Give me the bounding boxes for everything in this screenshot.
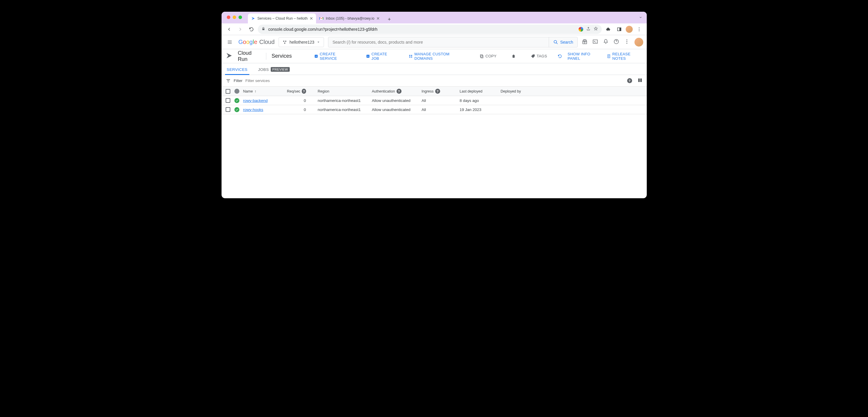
more-menu-icon[interactable] <box>624 39 630 46</box>
manage-domains-button[interactable]: MANAGE CUSTOM DOMAINS <box>408 52 465 61</box>
filter-bar: Filter ? <box>221 75 647 87</box>
row-checkbox[interactable] <box>226 98 230 103</box>
profile-avatar[interactable] <box>626 26 633 33</box>
gcp-search-bar[interactable]: Search <box>328 37 578 48</box>
svg-rect-0 <box>262 28 264 30</box>
row-checkbox[interactable] <box>226 107 230 112</box>
svg-rect-2 <box>619 28 621 31</box>
cell-deployed: 8 days ago <box>460 98 501 103</box>
gmail-favicon <box>319 16 324 21</box>
new-tab-button[interactable]: + <box>385 15 393 23</box>
help-icon[interactable]: ? <box>397 89 402 94</box>
header-ingress[interactable]: Ingress? <box>422 89 460 94</box>
browser-tab[interactable]: Inbox (105) - bhavya@rowy.io ✕ <box>316 13 383 23</box>
show-info-panel-button[interactable]: SHOW INFO PANEL <box>567 52 601 61</box>
header-auth[interactable]: Authentication? <box>372 89 422 94</box>
section-name: Services <box>272 53 292 59</box>
bookmark-star-icon[interactable] <box>593 26 598 32</box>
services-table: Name↑ Req/sec? Region Authentication? In… <box>221 87 647 114</box>
svg-point-6 <box>283 40 284 41</box>
google-cloud-logo[interactable]: Google Cloud <box>239 39 275 46</box>
share-icon[interactable] <box>586 27 591 32</box>
header-name[interactable]: Name↑ <box>243 89 287 93</box>
address-bar[interactable]: console.cloud.google.com/run?project=hel… <box>258 25 602 34</box>
refresh-button[interactable] <box>558 54 562 59</box>
back-button[interactable] <box>224 25 234 34</box>
separator <box>266 53 266 60</box>
create-service-button[interactable]: CREATE SERVICE <box>314 52 351 61</box>
tab-label: SERVICES <box>227 67 248 72</box>
copy-button[interactable]: COPY <box>479 54 497 59</box>
filter-help-icon[interactable]: ? <box>627 78 632 83</box>
browser-titlebar: Services – Cloud Run – helloth ✕ Inbox (… <box>221 12 647 23</box>
window-close-button[interactable] <box>227 16 230 19</box>
service-link[interactable]: rowy-backend <box>243 98 268 103</box>
forward-button[interactable] <box>236 25 245 34</box>
columns-icon[interactable] <box>638 78 643 84</box>
release-notes-button[interactable]: RELEASE NOTES <box>607 52 643 61</box>
reload-button[interactable] <box>247 25 256 34</box>
tab-services[interactable]: SERVICES <box>225 67 249 75</box>
status-ok-icon <box>235 107 239 112</box>
service-link[interactable]: rowy-hooks <box>243 108 264 112</box>
filter-label: Filter <box>234 79 243 83</box>
cloud-shell-icon[interactable] <box>592 39 598 46</box>
tab-jobs[interactable]: JOBS PREVIEW <box>256 67 291 75</box>
extensions-icon[interactable] <box>603 25 613 34</box>
header-region[interactable]: Region <box>318 89 372 93</box>
preview-badge: PREVIEW <box>271 67 290 72</box>
svg-point-15 <box>626 43 627 43</box>
svg-rect-22 <box>481 55 483 58</box>
close-tab-icon[interactable]: ✕ <box>310 16 313 21</box>
cloud-run-icon <box>226 52 232 60</box>
project-picker[interactable]: hellothere123 <box>279 37 324 47</box>
notifications-icon[interactable] <box>603 39 609 46</box>
cell-region: northamerica-northeast1 <box>318 98 372 103</box>
subtabs: SERVICES JOBS PREVIEW <box>221 63 647 75</box>
window-minimize-button[interactable] <box>232 16 236 19</box>
table-row[interactable]: rowy-hooks 0 northamerica-northeast1 All… <box>221 105 647 114</box>
select-all-checkbox[interactable] <box>226 89 230 94</box>
svg-rect-21 <box>411 57 412 57</box>
cell-ingress: All <box>422 98 460 103</box>
close-tab-icon[interactable]: ✕ <box>376 16 380 21</box>
tab-title: Services – Cloud Run – helloth <box>257 17 308 21</box>
svg-rect-20 <box>409 57 411 57</box>
navigation-menu-icon[interactable] <box>225 37 235 47</box>
header-req[interactable]: Req/sec? <box>287 89 318 94</box>
svg-point-14 <box>626 41 627 42</box>
help-icon[interactable]: ? <box>435 89 440 94</box>
svg-rect-26 <box>640 79 640 82</box>
cloud-logo-text: Cloud <box>259 39 275 46</box>
svg-point-5 <box>639 30 640 31</box>
cell-req: 0 <box>287 108 318 112</box>
gcp-search-input[interactable] <box>328 40 549 44</box>
cell-ingress: All <box>422 108 460 112</box>
gift-icon[interactable] <box>582 39 588 46</box>
tabs-overflow-icon[interactable] <box>639 15 643 21</box>
filter-input[interactable] <box>246 79 624 83</box>
header-by[interactable]: Deployed by <box>501 89 643 93</box>
delete-button[interactable] <box>511 54 516 59</box>
chrome-menu-icon[interactable] <box>634 25 644 34</box>
project-name: hellothere123 <box>289 40 314 44</box>
status-ok-icon <box>235 98 239 103</box>
browser-tab-active[interactable]: Services – Cloud Run – helloth ✕ <box>248 13 316 23</box>
sidepanel-icon[interactable] <box>615 25 624 34</box>
search-button[interactable]: Search <box>549 37 577 47</box>
user-avatar[interactable] <box>634 38 643 47</box>
google-account-icon[interactable] <box>579 27 583 32</box>
svg-point-13 <box>626 39 627 40</box>
help-icon[interactable] <box>613 39 619 46</box>
sort-asc-icon: ↑ <box>255 89 256 93</box>
action-label: CREATE JOB <box>371 52 394 61</box>
search-button-label: Search <box>560 40 573 44</box>
svg-point-3 <box>639 27 640 28</box>
help-icon[interactable]: ? <box>302 89 306 94</box>
svg-rect-11 <box>593 40 597 43</box>
header-deployed[interactable]: Last deployed <box>460 89 501 93</box>
table-row[interactable]: rowy-backend 0 northamerica-northeast1 A… <box>221 96 647 105</box>
create-job-button[interactable]: CREATE JOB <box>366 52 394 61</box>
tags-button[interactable]: TAGS <box>531 54 547 59</box>
window-maximize-button[interactable] <box>239 16 242 19</box>
